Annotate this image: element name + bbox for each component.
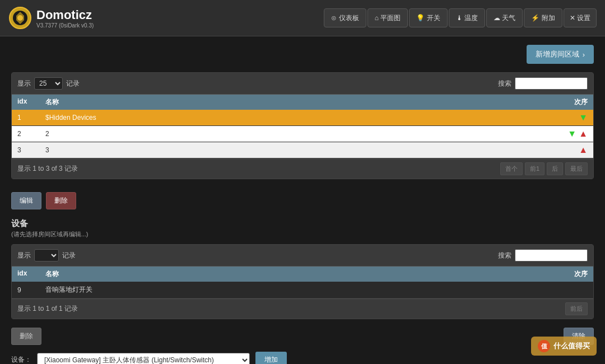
watermark-icon: 值 [538,340,550,352]
table-row[interactable]: 2 2 ▼ ▲ [12,126,593,142]
devices-show-label: 显示 [17,251,31,260]
room-name-2: 2 [45,130,543,138]
devices-col-idx: idx [17,269,45,279]
rooms-footer-text: 显示 1 to 3 of 3 记录 [17,164,78,174]
device-name-1: 音响落地灯开关 [45,285,543,295]
remove-device-button[interactable]: 删除 [11,328,41,345]
rooms-search-input[interactable] [515,77,588,90]
rooms-table-controls: 显示 25 50 100 记录 搜索 [12,73,593,95]
rooms-show-label: 显示 [17,79,31,88]
rooms-section: 显示 25 50 100 记录 搜索 idx 名称 次序 1 $Hidden D… [11,72,594,179]
page-prev-btn[interactable]: 前1 [525,162,544,175]
header: Domoticz V3.7377 (0siDark v0.3) ⊙ 仪表板 ⌂ … [0,0,605,36]
watermark: 值 什么值得买 [531,337,597,356]
rooms-records-select[interactable]: 25 50 100 [34,77,63,90]
rooms-controls-left: 显示 25 50 100 记录 [17,77,80,90]
watermark-text: 什么值得买 [553,341,590,351]
nav-dashboard[interactable]: ⊙ 仪表板 [324,8,366,27]
device-idx-1: 9 [17,286,45,294]
edit-button[interactable]: 编辑 [11,192,41,209]
arrow-down-icon-1[interactable]: ▼ [579,113,588,122]
nav-area: ⊙ 仪表板 ⌂ 平面图 💡 开关 🌡 温度 ☁ 天气 ⚡ 附加 ✕ 设置 [109,8,597,27]
rooms-col-order: 次序 [543,97,588,107]
rooms-col-idx: idx [17,97,45,107]
app-title: Domoticz [36,8,94,22]
devices-records-label: 记录 [62,251,76,260]
devices-search-label: 搜索 [498,251,511,260]
main-content: 新增房间区域 › 显示 25 50 100 记录 搜索 idx 名 [0,36,605,364]
room-idx-1: 1 [17,114,45,122]
rooms-records-label: 记录 [66,79,80,88]
nav-settings[interactable]: ✕ 设置 [564,8,597,27]
room-name-1: $Hidden Devices [45,114,543,122]
devices-controls-right: 搜索 [498,249,588,262]
room-name-3: 3 [45,146,543,154]
room-actions-1: ▼ [543,113,588,122]
svg-point-2 [17,15,23,21]
devices-records-select[interactable]: 25 50 [34,249,59,262]
logo-text-group: Domoticz V3.7377 (0siDark v0.3) [36,8,94,29]
room-idx-2: 2 [17,130,45,138]
page-last-btn[interactable]: 最后 [565,162,588,175]
devices-page-prev-btn[interactable]: 前后 [565,302,588,315]
nav-extra[interactable]: ⚡ 附加 [524,8,562,27]
rooms-pagination: 首个 前1 后 最后 [500,162,588,175]
rooms-col-name: 名称 [45,97,543,107]
app-version: V3.7377 (0siDark v0.3) [36,22,94,29]
nav-temperature[interactable]: 🌡 温度 [449,8,485,27]
new-room-row: 新增房间区域 › [11,45,594,64]
devices-title: 设备 [11,218,594,229]
devices-search-input[interactable] [515,249,588,262]
device-add-select[interactable]: [Xiaoomi Gateway] 主卧人体传感器 (Light/Switch/… [37,353,250,365]
page-next-btn[interactable]: 后 [547,162,563,175]
bottom-actions-row: 删除 清除 [11,328,594,345]
nav-switches[interactable]: 💡 开关 [409,8,447,27]
devices-section-header: 设备 (请先选择房间区域再编辑...) [11,218,594,239]
table-row[interactable]: 1 $Hidden Devices ▼ [12,110,593,126]
nav-floorplan[interactable]: ⌂ 平面图 [367,8,408,27]
rooms-search-label: 搜索 [498,79,511,88]
table-row[interactable]: 3 3 ▲ [12,142,593,158]
new-room-label: 新增房间区域 [536,49,579,59]
logo-icon [8,6,32,30]
devices-col-order: 次序 [543,269,588,279]
devices-col-name: 名称 [45,269,543,279]
devices-section: 显示 25 50 记录 搜索 idx 名称 次序 9 音响落地灯开关 [11,244,594,319]
rooms-table-footer: 显示 1 to 3 of 3 记录 首个 前1 后 最后 [12,158,593,179]
device-add-label: 设备： [11,355,31,364]
devices-pagination: 前后 [565,302,588,315]
arrow-up-icon-2[interactable]: ▲ [579,129,588,138]
devices-table-controls: 显示 25 50 记录 搜索 [12,245,593,267]
room-idx-3: 3 [17,146,45,154]
action-buttons-row: 编辑 删除 [11,188,594,214]
devices-subtitle: (请先选择房间区域再编辑...) [11,230,594,239]
rooms-controls-right: 搜索 [498,77,588,90]
devices-table-header: idx 名称 次序 [12,267,593,282]
table-row[interactable]: 9 音响落地灯开关 [12,282,593,298]
devices-footer-text: 显示 1 to 1 of 1 记录 [17,304,78,314]
devices-table-footer: 显示 1 to 1 of 1 记录 前后 [12,298,593,319]
arrow-up-icon-3[interactable]: ▲ [579,146,588,155]
chevron-right-icon: › [583,50,585,59]
arrow-down-icon-2[interactable]: ▼ [567,129,576,138]
rooms-table-header: idx 名称 次序 [12,95,593,110]
nav-weather[interactable]: ☁ 天气 [486,8,523,27]
room-actions-2: ▼ ▲ [543,129,588,138]
delete-button[interactable]: 删除 [46,192,76,209]
device-add-row: 设备： [Xiaoomi Gateway] 主卧人体传感器 (Light/Swi… [11,352,594,364]
room-actions-3: ▲ [543,146,588,155]
new-room-button[interactable]: 新增房间区域 › [527,45,594,64]
devices-controls-left: 显示 25 50 记录 [17,249,76,262]
page-first-btn[interactable]: 首个 [500,162,523,175]
add-device-button[interactable]: 增加 [255,352,287,364]
logo-area: Domoticz V3.7377 (0siDark v0.3) [8,6,109,30]
